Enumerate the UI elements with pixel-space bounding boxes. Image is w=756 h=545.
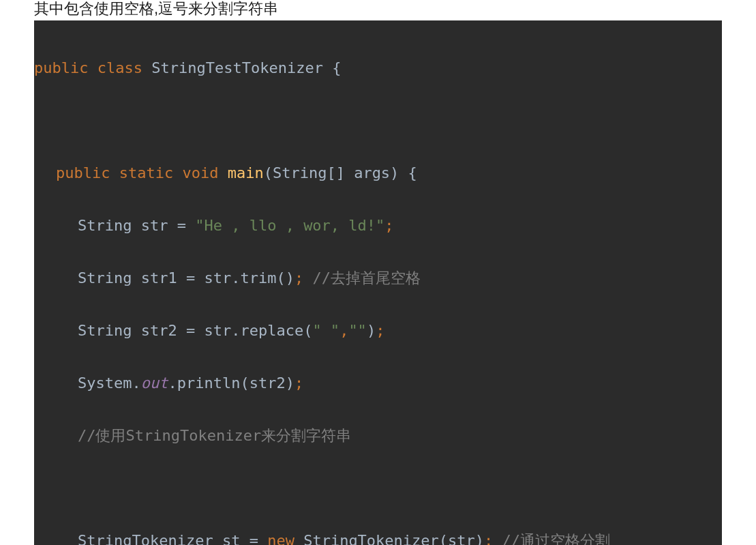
code-line: public class StringTestTokenizer { [34, 55, 722, 82]
code-text: System. [78, 374, 141, 392]
code-line: StringTokenizer st = new StringTokenizer… [34, 528, 722, 545]
keyword-public: public [56, 164, 110, 181]
string-literal: "He , llo , wor, ld!" [195, 217, 384, 234]
code-line: System.out.println(str2); [34, 370, 722, 397]
code-line: public static void main(String[] args) { [34, 160, 722, 187]
semicolon: ; [384, 217, 393, 234]
params: (String[] args) { [264, 164, 417, 181]
brace: { [323, 59, 342, 76]
code-line [34, 475, 722, 502]
description-text: 其中包含使用空格,逗号来分割字符串 [0, 0, 756, 18]
code-line: String str2 = str.replace(" ",""); [34, 318, 722, 344]
string-literal: "" [348, 322, 367, 339]
string-literal: " " [312, 322, 339, 339]
keyword-static: static [119, 164, 173, 181]
comment: //使用StringTokenizer来分割字符串 [78, 427, 351, 444]
keyword-public: public [34, 59, 88, 76]
keyword-class: class [97, 59, 142, 76]
keyword-void: void [182, 164, 218, 181]
code-line: String str = "He , llo , wor, ld!"; [34, 213, 722, 239]
code-text: ) [367, 322, 376, 339]
code-text: String str = [78, 217, 195, 234]
comma: , [339, 322, 348, 339]
comment: //去掉首尾空格 [303, 269, 421, 286]
code-line: //使用StringTokenizer来分割字符串 [34, 423, 722, 450]
code-text: .println(str2) [168, 374, 294, 392]
method-main: main [228, 164, 264, 181]
semicolon: ; [376, 322, 384, 339]
code-line [34, 108, 722, 134]
semicolon: ; [294, 269, 303, 286]
code-text: StringTokenizer(str) [294, 532, 484, 545]
code-text: String str2 = str.replace( [78, 322, 312, 339]
code-editor: public class StringTestTokenizer { publi… [34, 20, 722, 545]
keyword-new: new [267, 532, 294, 545]
comment: //通过空格分割 [493, 532, 610, 545]
field-out: out [141, 374, 168, 392]
code-line: String str1 = str.trim(); //去掉首尾空格 [34, 265, 722, 292]
code-text: StringTokenizer st = [78, 532, 267, 545]
class-name: StringTestTokenizer [151, 59, 323, 76]
code-text: String str1 = str.trim() [78, 269, 294, 286]
semicolon: ; [484, 532, 493, 545]
semicolon: ; [294, 374, 303, 392]
